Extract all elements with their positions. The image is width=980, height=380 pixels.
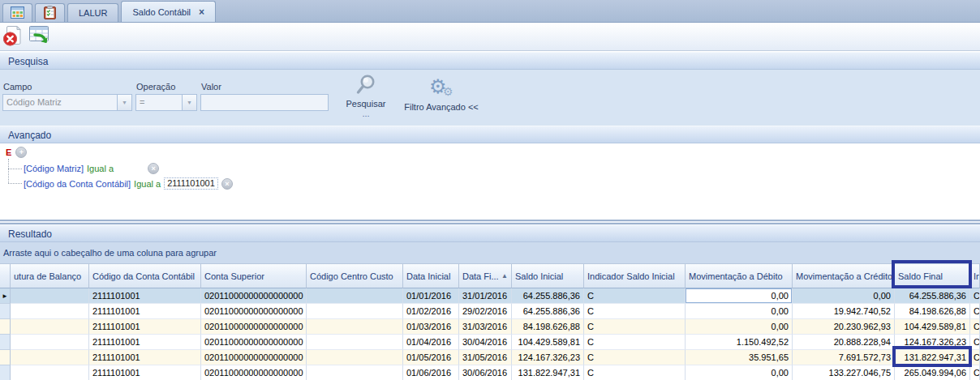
add-condition-icon[interactable]: +	[15, 147, 27, 158]
table-cell[interactable]: C	[970, 319, 980, 335]
remove-condition-icon[interactable]: ×	[221, 178, 233, 190]
table-cell[interactable]: 02011000000000000000	[201, 288, 307, 304]
table-cell[interactable]: 2111101001	[89, 335, 201, 350]
table-cell[interactable]: 0,00	[793, 288, 895, 304]
table-row[interactable]: 21111010010201100000000000000001/04/2016…	[0, 335, 980, 350]
table-cell[interactable]: 133.227.046,75	[793, 365, 895, 380]
chevron-down-icon[interactable]: ▼	[117, 95, 131, 110]
group-by-bar[interactable]: Arraste aqui o cabeçalho de uma coluna p…	[0, 242, 980, 264]
table-cell[interactable]	[307, 335, 403, 350]
table-cell[interactable]: C	[584, 304, 686, 319]
table-cell[interactable]: 02011000000000000000	[201, 319, 307, 335]
table-cell[interactable]: C	[584, 335, 686, 350]
table-cell[interactable]: 131.822.947,31	[895, 350, 970, 365]
table-cell[interactable]	[307, 350, 403, 365]
pesquisar-button[interactable]: Pesquisar ...	[336, 72, 396, 119]
table-row[interactable]: ►21111010010201100000000000000001/01/201…	[0, 288, 980, 304]
condition-value[interactable]: 2111101001	[164, 177, 218, 190]
column-header-data-inicial[interactable]: Data Inicial	[403, 264, 459, 288]
table-cell[interactable]: 7.691.572,73	[793, 350, 895, 365]
row-indicator-header[interactable]	[0, 264, 11, 288]
table-cell[interactable]	[11, 335, 89, 350]
column-header-saldo-inicial[interactable]: Saldo Inicial	[512, 264, 584, 288]
table-cell[interactable]: 30/04/2016	[459, 335, 512, 350]
tab-saldo-contabil[interactable]: Saldo Contábil ×	[121, 1, 216, 22]
tab-tasks[interactable]	[35, 3, 65, 22]
table-cell[interactable]	[11, 319, 89, 335]
table-cell[interactable]: 31/01/2016	[459, 288, 512, 304]
table-cell[interactable]	[11, 288, 89, 304]
column-header-conta-superior[interactable]: Conta Superior	[201, 264, 307, 288]
chevron-down-icon[interactable]: ▼	[182, 95, 196, 110]
row-indicator-cell[interactable]	[0, 365, 11, 380]
filter-root-node[interactable]: E +	[6, 147, 27, 158]
table-cell[interactable]: 84.198.626,88	[895, 304, 970, 319]
tab-home[interactable]	[2, 3, 32, 22]
row-indicator-cell[interactable]	[0, 350, 11, 365]
table-cell[interactable]: 64.255.886,36	[512, 304, 584, 319]
table-cell[interactable]	[11, 304, 89, 319]
column-header-movimenta-o-a-cr-dito[interactable]: Movimentação a Crédito	[793, 264, 895, 288]
table-row[interactable]: 21111010010201100000000000000001/03/2016…	[0, 319, 980, 335]
table-row[interactable]: 21111010010201100000000000000001/06/2016…	[0, 365, 980, 380]
table-cell[interactable]: C	[584, 288, 686, 304]
table-cell[interactable]: 02011000000000000000	[201, 304, 307, 319]
condition-field[interactable]: [Código da Conta Contábil]	[24, 179, 131, 189]
table-cell[interactable]: C	[970, 304, 980, 319]
table-cell[interactable]: 30/06/2016	[459, 365, 512, 380]
table-cell[interactable]: C	[970, 335, 980, 350]
table-cell[interactable]: 124.167.326,23	[512, 350, 584, 365]
table-cell[interactable]: C	[970, 350, 980, 365]
table-cell[interactable]: 01/03/2016	[403, 319, 459, 335]
table-cell[interactable]: 20.230.962,93	[793, 319, 895, 335]
table-cell[interactable]: 1.150.492,52	[686, 335, 793, 350]
table-cell[interactable]	[11, 365, 89, 380]
table-cell[interactable]: 104.429.589,81	[895, 319, 970, 335]
table-cell[interactable]: 104.429.589,81	[512, 335, 584, 350]
table-cell[interactable]: 01/06/2016	[403, 365, 459, 380]
table-cell[interactable]: 01/02/2016	[403, 304, 459, 319]
table-cell[interactable]: 19.942.740,52	[793, 304, 895, 319]
table-cell[interactable]: 0,00	[686, 288, 793, 304]
column-header-c-digo-centro-custo[interactable]: Código Centro Custo	[307, 264, 403, 288]
table-cell[interactable]: 01/04/2016	[403, 335, 459, 350]
column-header-c-digo-da-conta-cont-bil[interactable]: Código da Conta Contábil	[89, 264, 201, 288]
table-row[interactable]: 21111010010201100000000000000001/05/2016…	[0, 350, 980, 365]
row-indicator-cell[interactable]	[0, 304, 11, 319]
table-cell[interactable]: 31/03/2016	[459, 319, 512, 335]
filtro-avancado-button[interactable]: ⚙ ⚙ Filtro Avançado <<	[396, 77, 487, 113]
table-cell[interactable]: C	[584, 350, 686, 365]
table-cell[interactable]	[307, 304, 403, 319]
column-header-data-fi-[interactable]: Data Fi...▲	[459, 264, 512, 288]
table-cell[interactable]: 131.822.947,31	[512, 365, 584, 380]
column-header-movimenta-o-a-d-bito[interactable]: Movimentação a Débito	[686, 264, 793, 288]
table-cell[interactable]: 31/05/2016	[459, 350, 512, 365]
table-cell[interactable]: 0,00	[686, 319, 793, 335]
tab-lalur[interactable]: LALUR	[67, 3, 118, 22]
table-cell[interactable]: 0,00	[686, 365, 793, 380]
column-header-saldo-final[interactable]: Saldo Final	[895, 264, 970, 288]
table-cell[interactable]: 29/02/2016	[459, 304, 512, 319]
table-cell[interactable]: 2111101001	[89, 350, 201, 365]
table-cell[interactable]: 02011000000000000000	[201, 350, 307, 365]
condition-operator[interactable]: Igual a	[87, 164, 114, 173]
column-header-utura-de-balan-o[interactable]: utura de Balanço	[11, 264, 89, 288]
table-cell[interactable]: 20.888.228,94	[793, 335, 895, 350]
tab-close-icon[interactable]: ×	[199, 8, 204, 16]
export-button[interactable]	[28, 25, 52, 49]
table-cell[interactable]: 124.167.326,23	[895, 335, 970, 350]
filter-root-operator[interactable]: E	[6, 147, 11, 157]
operacao-select[interactable]: = ▼	[135, 94, 197, 111]
remove-condition-icon[interactable]: ×	[148, 163, 159, 174]
table-cell[interactable]: 265.049.994,06	[895, 365, 970, 380]
table-row[interactable]: 21111010010201100000000000000001/02/2016…	[0, 304, 980, 319]
column-header-in[interactable]: In	[970, 264, 980, 288]
table-cell[interactable]	[11, 350, 89, 365]
condition-field[interactable]: [Código Matriz]	[24, 164, 84, 173]
table-cell[interactable]	[307, 319, 403, 335]
row-indicator-cell[interactable]: ►	[0, 288, 11, 304]
column-header-indicador-saldo-inicial[interactable]: Indicador Saldo Inicial	[584, 264, 686, 288]
valor-input[interactable]	[200, 94, 329, 111]
table-cell[interactable]	[307, 365, 403, 380]
table-cell[interactable]: 02011000000000000000	[201, 335, 307, 350]
